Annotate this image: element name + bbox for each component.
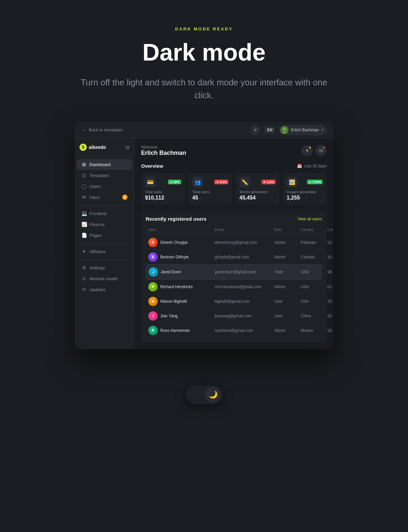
sidebar-item-dashboard[interactable]: ⊞ Dashboard — [77, 159, 132, 170]
social-notif-btn[interactable]: ✦ — [301, 145, 313, 156]
toggle-section: 🌙 — [186, 369, 222, 430]
country-richard: USA — [301, 285, 327, 289]
table-row[interactable]: R Russ Hanneman russhann@gmail.com Admin… — [146, 323, 322, 338]
language-btn[interactable]: EN — [264, 126, 275, 134]
theme-toggle-btn[interactable]: ☀ — [250, 125, 260, 135]
user-name-dinesh: Dinesh Chugtai — [160, 240, 187, 245]
avatar-richard: R — [148, 282, 158, 291]
role-russ: Admin — [274, 328, 301, 333]
nav-main-group: ⊞ Dashboard ⊡ Templates ◯ Users ✉ Inbox … — [75, 159, 134, 202]
sidebar-item-affiliates[interactable]: ✦ Affiliates — [77, 246, 132, 257]
words-label: Words generated — [239, 190, 276, 194]
table-row[interactable]: R Richard Hendricks rich.hendricks@gmail… — [146, 280, 322, 294]
avatar-russ: R — [148, 326, 158, 335]
sidebar-item-settings[interactable]: ⚙ Settings — [77, 262, 132, 273]
date-range-label: Last 30 days — [304, 164, 327, 168]
email-russ: russhann@gmail.com — [215, 328, 274, 333]
nav-secondary-group: 💻 Frontend 📈 Finance 📄 Pages — [75, 208, 134, 241]
sidebar-item-users[interactable]: ◯ Users — [77, 181, 132, 192]
email-jared: jared.dunn@gmail.com — [215, 270, 275, 274]
welcome-label: Welcome — [141, 145, 186, 150]
sidebar-item-website-health[interactable]: ⊙ Website health — [77, 273, 132, 284]
users-label: Total users — [192, 190, 229, 194]
user-avatar-small — [280, 126, 288, 134]
role-bertram: Admin — [274, 255, 301, 259]
role-richard: Admin — [274, 285, 301, 289]
role-nelson: User — [274, 299, 301, 304]
nav-tertiary-group: ✦ Affiliates — [75, 246, 134, 257]
created-richard: 01 Jul, 2023 — [327, 285, 333, 289]
table-row[interactable]: J Jian Yang jianyang@gmail.com User Chin… — [146, 309, 322, 323]
table-row-jared[interactable]: J Jared Dunn jared.dunn@gmail.com User U… — [146, 264, 322, 280]
sidebar-item-finance[interactable]: 📈 Finance — [77, 219, 132, 230]
created-bertram: 10 Jul, 2023 — [327, 255, 333, 259]
nav-separator-1 — [79, 205, 129, 205]
hero-title: Dark mode — [78, 39, 330, 66]
avatar-dinesh: D — [148, 238, 158, 247]
top-bar-right: ☀ EN Erlich Bachman ▾ — [250, 125, 327, 135]
email-bertram: gilfoyle@gmail.com — [215, 255, 274, 259]
user-name-nelson: Nelson Bighetti — [160, 299, 187, 304]
pages-icon: 📄 — [81, 233, 87, 238]
user-cell-dinesh: D Dinesh Chugtai — [148, 238, 215, 247]
logo-name: aikeedo — [89, 145, 106, 150]
view-all-link[interactable]: View all users — [297, 217, 322, 221]
table-header: User Email Role Country Created — [146, 226, 322, 234]
sidebar-toggle-icon[interactable]: ⊟ — [126, 145, 129, 150]
logo: S aikeedo — [79, 144, 106, 151]
email-nelson: bighetti@gmail.com — [215, 299, 274, 304]
message-notif-btn[interactable]: ✉ — [315, 145, 327, 156]
stat-icon-area-users: 👥 ▼ 5.3% — [192, 177, 229, 187]
col-user: User — [148, 228, 215, 232]
back-arrow-icon: ← — [81, 127, 87, 133]
avatar-jared: J — [149, 267, 158, 277]
sidebar-item-pages[interactable]: 📄 Pages — [77, 230, 132, 241]
users-table-title: Recently registered users — [146, 216, 206, 222]
table-row[interactable]: N Nelson Bighetti bighetti@gmail.com Use… — [146, 294, 322, 309]
table-row[interactable]: B Bertram Gilfoyle gilfoyle@gmail.com Ad… — [146, 250, 322, 264]
message-icon: ✉ — [319, 148, 323, 154]
stat-card-words: ✏️ ▼ 1.6% Words generated 45,454 — [235, 173, 280, 205]
back-to-templates-btn[interactable]: ← Back to templates — [81, 127, 123, 133]
welcome-user-name: Erlich Bachman — [141, 150, 186, 156]
user-cell-nelson: N Nelson Bighetti — [148, 297, 215, 306]
logo-area: S aikeedo ⊟ — [75, 144, 134, 156]
sidebar-item-inbox[interactable]: ✉ Inbox 1 — [77, 192, 132, 202]
overview-header: Overview 📅 Last 30 days — [141, 163, 327, 169]
sidebar-item-frontend[interactable]: 💻 Frontend — [77, 208, 132, 219]
sidebar-item-updates[interactable]: ↻ Updates — [77, 284, 132, 295]
content-area: Welcome Erlich Bachman ✦ ✉ O — [134, 138, 333, 349]
user-cell-bertram: B Bertram Gilfoyle — [148, 252, 215, 262]
users-section: Recently registered users View all users… — [141, 211, 327, 342]
top-bar: ← Back to templates ☀ EN Erlich Bachman … — [75, 122, 333, 138]
sidebar-label-finance: Finance — [89, 222, 105, 227]
user-menu-btn[interactable]: Erlich Bachman ▾ — [279, 125, 327, 135]
col-role: Role — [274, 228, 301, 232]
sidebar: S aikeedo ⊟ ⊞ Dashboard ⊡ Templates ◯ Us… — [75, 138, 134, 317]
sidebar-label-templates: Templates — [89, 173, 109, 178]
sidebar-item-templates[interactable]: ⊡ Templates — [77, 170, 132, 181]
sales-badge: ▲ 20% — [168, 180, 181, 184]
overview-section: Overview 📅 Last 30 days 💳 ▲ 20% Total sa… — [141, 163, 327, 205]
sidebar-label-users: Users — [89, 184, 101, 189]
settings-icon: ⚙ — [81, 265, 87, 270]
user-name-jian: Jian Yang — [160, 314, 178, 318]
overview-title: Overview — [141, 163, 163, 169]
users-badge: ▼ 5.3% — [214, 180, 228, 184]
nav-separator-3 — [79, 259, 129, 260]
email-dinesh: dineshchug@gmail.com — [215, 240, 274, 245]
inbox-badge: 1 — [122, 195, 128, 200]
user-cell-russ: R Russ Hanneman — [148, 326, 215, 335]
country-jared: USA — [301, 270, 328, 274]
user-name-richard: Richard Hendricks — [160, 285, 193, 289]
sidebar-label-dashboard: Dashboard — [89, 162, 111, 167]
avatar-nelson: N — [148, 297, 158, 306]
created-nelson: 20 Jun, 2023 — [327, 299, 333, 304]
main-layout: S aikeedo ⊟ ⊞ Dashboard ⊡ Templates ◯ Us… — [75, 138, 333, 349]
avatar-bertram: B — [148, 252, 158, 262]
table-row[interactable]: D Dinesh Chugtai dineshchug@gmail.com Ad… — [146, 235, 322, 250]
dark-mode-toggle[interactable]: 🌙 — [186, 385, 222, 404]
words-icon: ✏️ — [239, 177, 250, 187]
country-russ: Mexico — [301, 328, 327, 333]
user-name-russ: Russ Hanneman — [160, 328, 190, 333]
